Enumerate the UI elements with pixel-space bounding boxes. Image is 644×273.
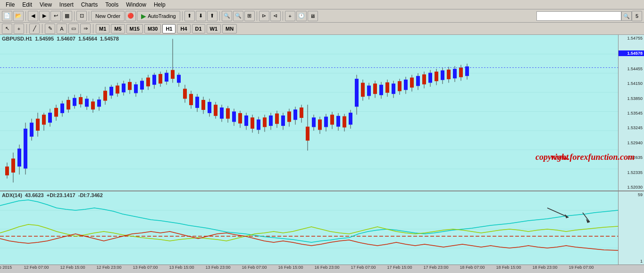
tf-d1[interactable]: D1 <box>192 24 205 33</box>
svg-rect-145 <box>422 74 426 84</box>
cursor-btn[interactable]: ↖ <box>2 24 12 34</box>
svg-rect-51 <box>134 84 138 93</box>
svg-rect-135 <box>392 83 395 94</box>
menu-file[interactable]: File <box>2 1 18 8</box>
draw-btn[interactable]: ✎ <box>45 24 55 34</box>
sep3 <box>89 11 89 21</box>
menu-tools[interactable]: Tools <box>101 1 122 8</box>
x-axis: 11 Feb 2015 12 Feb 07:00 12 Feb 15:00 12… <box>0 265 644 273</box>
price-level-5: 1.53545 <box>619 111 644 116</box>
tb-btn13[interactable]: + <box>285 11 295 21</box>
svg-rect-31 <box>73 98 76 106</box>
svg-rect-159 <box>465 66 469 76</box>
arrow-btn[interactable]: ⇒ <box>80 24 91 34</box>
fwd-btn[interactable]: ▶ <box>39 11 50 21</box>
tb-btn12[interactable]: ⊲ <box>270 11 281 21</box>
search-area: 🔍 5 <box>536 11 642 21</box>
menu-insert[interactable]: Insert <box>56 1 77 8</box>
new-chart-btn[interactable]: 📄 <box>2 11 12 21</box>
svg-rect-75 <box>208 102 211 113</box>
search-button[interactable]: 🔍 <box>621 11 632 21</box>
tb-btn4[interactable]: ▦ <box>62 11 72 21</box>
svg-line-161 <box>547 208 569 217</box>
tb-btn6[interactable]: 🔴 <box>125 11 136 21</box>
svg-rect-47 <box>122 83 125 92</box>
svg-rect-19 <box>36 119 40 131</box>
menu-charts[interactable]: Charts <box>77 1 101 8</box>
new-order-button[interactable]: New Order <box>91 11 125 21</box>
annotation-arrows <box>512 191 606 253</box>
svg-rect-101 <box>287 111 291 122</box>
x-label-7: 16 Feb 07:00 <box>242 265 267 270</box>
svg-rect-129 <box>373 83 377 94</box>
price-axis: 1.54755 1.54578 1.54455 1.54150 1.53850 … <box>618 35 644 190</box>
tb-btn8[interactable]: ⬇ <box>196 11 206 21</box>
x-label-9: 16 Feb 23:00 <box>314 265 339 270</box>
svg-rect-15 <box>24 129 27 169</box>
svg-rect-121 <box>349 113 352 124</box>
counter-btn[interactable]: 5 <box>632 11 642 21</box>
adx-axis: 59 1 <box>618 191 644 265</box>
x-label-15: 18 Feb 23:00 <box>532 265 557 270</box>
search-input[interactable] <box>536 11 621 21</box>
tb-btn10[interactable]: ⊞ <box>244 11 255 21</box>
tf-h4[interactable]: H4 <box>177 24 190 33</box>
x-label-13: 18 Feb 07:00 <box>460 265 485 270</box>
menu-window[interactable]: Window <box>122 1 150 8</box>
price-chart[interactable]: GBPUSD.H1 1.54595 1.54607 1.54564 1.5457… <box>0 35 644 191</box>
tb-btn14[interactable]: 🖥 <box>308 11 318 21</box>
tb-btn9[interactable]: ⬆ <box>207 11 217 21</box>
tb-btn7[interactable]: ⬆ <box>184 11 195 21</box>
crosshair-btn[interactable]: + <box>14 24 24 34</box>
text-btn[interactable]: A <box>57 24 67 34</box>
zoom-in-btn[interactable]: 🔍 <box>233 11 243 21</box>
svg-rect-49 <box>128 82 132 90</box>
adx-chart[interactable]: ADX(14) 43.6623 +DI:23.1417 -DI:7.3462 A… <box>0 191 644 265</box>
menu-help[interactable]: Help <box>150 1 169 8</box>
price-level-9: 1.52335 <box>619 170 644 175</box>
tf-m15[interactable]: M15 <box>126 24 143 33</box>
svg-rect-87 <box>244 116 248 126</box>
svg-line-163 <box>583 213 590 222</box>
line-btn[interactable]: ╱ <box>29 24 40 34</box>
x-label-10: 17 Feb 07:00 <box>351 265 376 270</box>
autotrading-button[interactable]: ▶ AutoTrading <box>137 11 180 21</box>
chart-info: GBPUSD.H1 1.54595 1.54607 1.54564 1.5457… <box>2 36 119 41</box>
tf-m1[interactable]: M1 <box>96 24 109 33</box>
tf-m30[interactable]: M30 <box>144 24 161 33</box>
zoom-out-btn[interactable]: 🔍 <box>222 11 232 21</box>
tb-btn11[interactable]: ⊳ <box>259 11 269 21</box>
svg-rect-93 <box>263 117 267 127</box>
svg-rect-77 <box>214 105 217 116</box>
x-label-16: 19 Feb 07:00 <box>569 265 594 270</box>
sep9 <box>42 24 42 33</box>
shape-btn[interactable]: ▭ <box>68 24 79 34</box>
svg-rect-39 <box>97 99 101 107</box>
svg-rect-13 <box>17 149 21 166</box>
open-btn[interactable]: 📂 <box>13 11 24 21</box>
tb-btn5[interactable]: ⊡ <box>76 11 87 21</box>
adx-y-high: 59 <box>619 192 644 197</box>
sep2 <box>74 11 75 21</box>
tf-w1[interactable]: W1 <box>207 24 221 33</box>
svg-rect-37 <box>91 101 95 109</box>
adx-period: 14 <box>15 192 20 198</box>
back-btn[interactable]: ◀ <box>28 11 38 21</box>
tf-h1[interactable]: H1 <box>162 24 176 33</box>
open-label: 1.54595 <box>35 36 54 41</box>
charts-container: GBPUSD.H1 1.54595 1.54607 1.54564 1.5457… <box>0 35 644 273</box>
x-label-0: 11 Feb 2015 <box>0 265 12 270</box>
tf-m5[interactable]: M5 <box>111 24 125 33</box>
x-label-5: 13 Feb 15:00 <box>169 265 194 270</box>
x-label-11: 17 Feb 15:00 <box>387 265 412 270</box>
svg-rect-9 <box>5 166 9 175</box>
menu-view[interactable]: View <box>36 1 56 8</box>
menu-edit[interactable]: Edit <box>18 1 36 8</box>
x-label-1: 12 Feb 07:00 <box>24 265 49 270</box>
price-level-2: 1.54455 <box>619 66 644 71</box>
svg-rect-131 <box>379 85 383 95</box>
clock-btn[interactable]: 🕐 <box>296 11 307 21</box>
tb-btn3[interactable]: ↩ <box>50 11 61 21</box>
sep5 <box>219 11 220 21</box>
tf-mn[interactable]: MN <box>222 24 237 33</box>
